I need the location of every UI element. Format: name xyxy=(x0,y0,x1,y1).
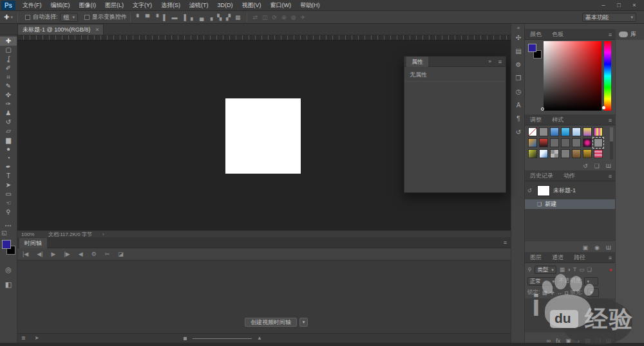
quick-selection-tool[interactable]: ✐ xyxy=(0,64,17,73)
show-transform-checkbox[interactable] xyxy=(84,15,90,20)
dock-paragraph-icon[interactable]: ¶ xyxy=(516,115,520,122)
align-icon[interactable]: ▚ xyxy=(217,14,222,21)
filter-kind-dropdown[interactable]: 类型▾ xyxy=(535,266,556,274)
hand-tool[interactable]: ☜ xyxy=(0,199,17,208)
foreground-color-swatch[interactable] xyxy=(2,240,11,249)
saturation-brightness-picker[interactable] xyxy=(544,41,601,111)
transition-icon[interactable]: ◪ xyxy=(118,251,124,257)
align-icon[interactable]: ▝ xyxy=(154,14,158,21)
menu-type[interactable]: 文字(Y) xyxy=(128,0,156,10)
dock-character-icon[interactable]: A xyxy=(516,102,521,109)
new-snapshot-icon[interactable]: ◉ xyxy=(594,244,600,251)
lock-pixels-icon[interactable]: ✚ xyxy=(549,289,554,296)
menu-view[interactable]: 视图(V) xyxy=(238,0,266,10)
align-icon[interactable]: ▄ xyxy=(200,14,204,21)
menu-layer[interactable]: 图层(L) xyxy=(100,0,128,10)
style-swatch[interactable] xyxy=(583,149,592,158)
style-swatch[interactable] xyxy=(539,138,548,147)
dock-clone-source-icon[interactable]: ✣ xyxy=(516,34,521,41)
close-tab-icon[interactable]: × xyxy=(95,24,99,35)
scrollbar-thumb[interactable] xyxy=(610,127,613,141)
filter-pixel-icon[interactable]: ▦ xyxy=(560,266,565,273)
path-selection-tool[interactable]: ➤ xyxy=(0,181,17,190)
tab-history[interactable]: 历史记录 xyxy=(525,170,558,181)
history-brush-tool[interactable]: ↺ xyxy=(0,118,17,127)
style-swatch[interactable] xyxy=(539,127,548,136)
menu-image[interactable]: 图像(I) xyxy=(75,0,101,10)
fill-dropdown[interactable]: ▾ xyxy=(587,288,599,297)
align-icon[interactable]: ▐ xyxy=(182,14,186,21)
rectangle-tool[interactable]: ▭ xyxy=(0,190,17,199)
tab-paths[interactable]: 路径 xyxy=(569,252,591,262)
maximize-button[interactable]: □ xyxy=(614,2,623,8)
style-swatch[interactable] xyxy=(594,127,603,136)
timeline-zoom-slider[interactable] xyxy=(193,338,252,339)
align-icon[interactable]: ▬ xyxy=(172,14,178,21)
document-canvas[interactable] xyxy=(225,98,301,174)
first-frame-icon[interactable]: |◀ xyxy=(23,251,28,257)
filter-toggle-icon[interactable]: ● xyxy=(609,266,612,273)
style-swatch[interactable] xyxy=(594,149,603,158)
lock-transparent-icon[interactable]: ▩ xyxy=(542,289,547,296)
close-button[interactable]: × xyxy=(630,2,639,8)
align-icon[interactable]: ▌ xyxy=(163,14,167,21)
tab-color[interactable]: 颜色 xyxy=(525,29,547,39)
crop-tool[interactable]: ⌗ xyxy=(0,73,17,82)
quick-mask-icon[interactable]: ◎ xyxy=(0,266,17,274)
document-tab[interactable]: 未标题-1 @ 100%(RGB/8) × xyxy=(17,24,104,35)
render-video-icon[interactable]: ≣ xyxy=(21,335,26,341)
minimize-button[interactable]: – xyxy=(599,2,608,8)
align-icon[interactable]: ▀ xyxy=(146,14,149,21)
zoom-tool[interactable]: ⚲ xyxy=(0,208,17,217)
menu-filter[interactable]: 滤镜(T) xyxy=(185,0,213,10)
split-icon[interactable]: ✂ xyxy=(105,251,110,257)
panel-menu-icon[interactable]: ≡ xyxy=(609,32,612,38)
filter-shape-icon[interactable]: ▭ xyxy=(579,266,584,273)
delete-state-icon[interactable]: Ш xyxy=(606,244,611,251)
healing-brush-tool[interactable]: ✜ xyxy=(0,91,17,100)
move-tool[interactable]: ✚ xyxy=(0,37,17,46)
libraries-header[interactable]: 库 xyxy=(616,29,644,40)
align-icon[interactable]: ▘ xyxy=(137,14,141,21)
gradient-tool[interactable]: ▆ xyxy=(0,136,17,145)
tab-actions[interactable]: 动作 xyxy=(558,170,580,181)
style-swatch[interactable] xyxy=(583,138,592,147)
next-frame-icon[interactable]: |▶ xyxy=(64,251,70,257)
workspace-dropdown[interactable]: 基本功能▾ xyxy=(582,13,636,22)
style-swatch[interactable] xyxy=(561,127,570,136)
lock-position-icon[interactable]: ↔ xyxy=(557,289,563,296)
style-swatch[interactable] xyxy=(528,149,537,158)
picker-marker[interactable] xyxy=(541,107,544,111)
clone-stamp-tool[interactable]: ♟ xyxy=(0,109,17,118)
type-tool[interactable]: T xyxy=(0,172,17,181)
history-brush-source-icon[interactable]: ↺ xyxy=(525,188,534,194)
style-none[interactable] xyxy=(528,127,537,136)
panel-menu-icon[interactable]: ≡ xyxy=(609,173,612,179)
collapse-panel-icon[interactable]: » xyxy=(489,59,491,64)
style-swatch[interactable] xyxy=(528,138,537,147)
marquee-tool[interactable]: ▢ xyxy=(0,46,17,55)
tool-preset-caret-icon[interactable]: ▾ xyxy=(10,15,13,20)
tab-properties[interactable]: 属性 xyxy=(406,57,428,67)
menu-help[interactable]: 帮助(H) xyxy=(296,0,325,10)
filter-type-icon[interactable]: T xyxy=(573,266,576,273)
menu-edit[interactable]: 编辑(E) xyxy=(46,0,75,10)
blend-mode-dropdown[interactable]: 正常▾ xyxy=(527,277,557,286)
style-swatch[interactable] xyxy=(583,127,592,136)
style-swatch[interactable] xyxy=(572,127,581,136)
style-swatch[interactable] xyxy=(539,149,548,158)
audio-icon[interactable]: ◀ xyxy=(79,251,83,257)
align-icon[interactable]: ▖ xyxy=(191,14,195,21)
style-swatch[interactable] xyxy=(550,127,559,136)
dock-timeline-icon[interactable]: ◷ xyxy=(516,88,522,95)
dock-styles-icon[interactable]: ↺ xyxy=(516,129,521,136)
history-snapshot-row[interactable]: ↺ 未标题-1 xyxy=(525,183,615,197)
lasso-tool[interactable]: ʆ xyxy=(0,55,17,64)
style-swatch[interactable] xyxy=(594,138,603,147)
brush-tool[interactable]: ✑ xyxy=(0,100,17,109)
tab-channels[interactable]: 通道 xyxy=(547,252,569,262)
style-swatch[interactable] xyxy=(572,138,581,147)
tab-timeline[interactable]: 时间轴 xyxy=(19,238,47,248)
properties-header[interactable]: 属性 » ≡ xyxy=(404,57,506,67)
create-video-timeline-button[interactable]: 创建视频时间轴 xyxy=(245,318,297,327)
